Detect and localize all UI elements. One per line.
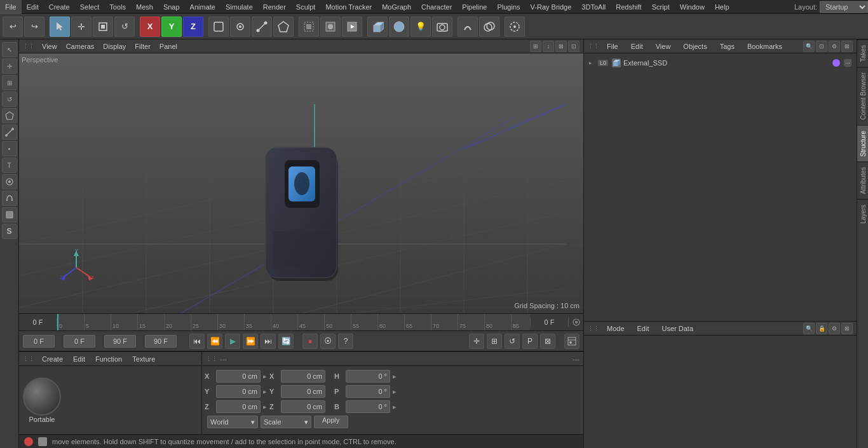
camera-button[interactable] xyxy=(432,17,452,37)
edge-mode-button[interactable] xyxy=(252,17,272,37)
ls-solid[interactable] xyxy=(2,207,17,222)
ls-poly[interactable] xyxy=(2,108,17,123)
timeline-playhead[interactable] xyxy=(57,314,58,330)
loop-button[interactable]: 🔄 xyxy=(278,334,294,349)
menu-script[interactable]: Script xyxy=(647,0,675,14)
snapping-button[interactable] xyxy=(505,17,525,37)
menu-3dtoall[interactable]: 3DToAll xyxy=(576,0,611,14)
frame-min-input[interactable] xyxy=(64,335,95,348)
record-status-button[interactable] xyxy=(24,437,33,446)
menu-simulate[interactable]: Simulate xyxy=(220,0,258,14)
point-key-button[interactable]: ⊠ xyxy=(540,334,555,349)
move-key-button[interactable]: ✛ xyxy=(469,334,484,349)
coord-h-val[interactable] xyxy=(346,370,390,383)
menu-render[interactable]: Render xyxy=(258,0,291,14)
objects-settings-button[interactable]: ⚙ xyxy=(829,41,840,52)
ls-select[interactable]: ↖ xyxy=(2,42,17,57)
menu-vray[interactable]: V-Ray Bridge xyxy=(526,0,577,14)
ls-point[interactable]: • xyxy=(2,141,17,156)
coord-y-pos[interactable] xyxy=(216,385,261,398)
attr-tab-userdata[interactable]: User Data xyxy=(657,322,699,336)
step-back-button[interactable]: ⏪ xyxy=(207,334,222,349)
step-forward-button[interactable]: ⏩ xyxy=(243,334,258,349)
obj-visibility-dot[interactable] xyxy=(832,59,840,67)
material-item[interactable]: Portable xyxy=(23,377,61,423)
attrs-expand-button[interactable]: ⊠ xyxy=(841,323,853,334)
rotate-key-button[interactable]: ↺ xyxy=(505,334,520,349)
viewport-menu-display[interactable]: Display xyxy=(99,39,130,53)
vtab-layers[interactable]: Layers xyxy=(857,199,868,229)
material-menu-function[interactable]: Function xyxy=(93,352,125,366)
objects-search-button[interactable]: 🔍 xyxy=(803,41,815,52)
menu-snap[interactable]: Snap xyxy=(158,0,185,14)
ls-move[interactable]: ✛ xyxy=(2,58,17,74)
scale-key-button[interactable]: ⊞ xyxy=(487,334,502,349)
vtab-attributes[interactable]: Attributes xyxy=(857,161,868,199)
objects-filter-button[interactable]: ⊡ xyxy=(816,41,827,52)
attrs-lock-button[interactable]: 🔒 xyxy=(816,323,827,334)
material-menu-create[interactable]: Create xyxy=(39,352,65,366)
record-button[interactable]: ● xyxy=(302,334,318,349)
frame-max-input[interactable] xyxy=(145,335,177,348)
viewport-icon-2[interactable]: ↕ xyxy=(543,41,554,52)
bend-button[interactable] xyxy=(458,17,478,37)
render-view-button[interactable] xyxy=(320,17,341,37)
goto-start-button[interactable]: ⏮ xyxy=(189,334,205,349)
menu-file[interactable]: File xyxy=(0,0,22,14)
select-tool-button[interactable] xyxy=(50,17,70,37)
tab-file[interactable]: File xyxy=(602,39,623,53)
objects-expand-button[interactable]: ⊠ xyxy=(841,41,853,52)
move-tool-button[interactable]: ✛ xyxy=(71,17,92,37)
ls-rotate[interactable]: ↺ xyxy=(2,92,17,107)
attr-tab-edit[interactable]: Edit xyxy=(632,322,654,336)
scale-tool-button[interactable] xyxy=(93,17,113,37)
viewport-menu-view[interactable]: View xyxy=(38,39,61,53)
polygon-mode-button[interactable] xyxy=(273,17,294,37)
light-button[interactable]: 💡 xyxy=(410,17,431,37)
viewport-icon-4[interactable]: ⊡ xyxy=(568,41,580,52)
attrs-settings-button[interactable]: ⚙ xyxy=(829,323,840,334)
coord-z-rot[interactable] xyxy=(281,400,325,413)
viewport-menu-filter[interactable]: Filter xyxy=(131,39,154,53)
menu-redshift[interactable]: Redshift xyxy=(611,0,646,14)
tab-view[interactable]: View xyxy=(651,39,676,53)
vtab-takes[interactable]: Takes xyxy=(857,39,868,67)
menu-edit[interactable]: Edit xyxy=(22,0,44,14)
world-dropdown[interactable]: World ▾ xyxy=(207,416,258,428)
menu-select[interactable]: Select xyxy=(75,0,105,14)
ls-magnet[interactable] xyxy=(2,191,17,206)
tab-objects[interactable]: Objects xyxy=(678,39,712,53)
boole-button[interactable] xyxy=(479,17,499,37)
coord-b-val[interactable] xyxy=(346,400,390,413)
ls-scale[interactable]: ⊞ xyxy=(2,75,17,90)
timeline-ruler[interactable]: 0 F 0 5 10 15 20 25 30 35 40 45 50 55 60… xyxy=(19,313,583,331)
tab-edit[interactable]: Edit xyxy=(626,39,648,53)
timeline-button[interactable] xyxy=(564,334,580,349)
x-axis-button[interactable]: X xyxy=(140,17,160,37)
viewport-menu-panel[interactable]: Panel xyxy=(156,39,181,53)
ls-paint[interactable] xyxy=(2,174,17,189)
viewport-icon-1[interactable]: ⊞ xyxy=(530,41,541,52)
material-ball[interactable] xyxy=(23,377,61,416)
render-button[interactable] xyxy=(342,17,362,37)
scale-dropdown[interactable]: Scale ▾ xyxy=(261,416,311,428)
menu-character[interactable]: Character xyxy=(416,0,457,14)
obj-visibility-dot2[interactable]: ⋯ xyxy=(844,59,851,67)
ls-text[interactable]: T xyxy=(2,158,17,173)
object-mode-button[interactable] xyxy=(208,17,229,37)
cube-button[interactable] xyxy=(367,17,388,37)
apply-button[interactable]: Apply xyxy=(314,416,348,428)
coord-p-val[interactable] xyxy=(346,385,390,398)
auto-key-button[interactable]: ⦿ xyxy=(320,334,336,349)
menu-window[interactable]: Window xyxy=(675,0,710,14)
vtab-structure[interactable]: Structure xyxy=(857,125,868,162)
undo-button[interactable]: ↩ xyxy=(3,17,23,37)
object-row-external-ssd[interactable]: ▸ L0 External_SSD ⋯ xyxy=(587,56,854,70)
menu-sculpt[interactable]: Sculpt xyxy=(291,0,321,14)
menu-mesh[interactable]: Mesh xyxy=(131,0,158,14)
menu-create[interactable]: Create xyxy=(44,0,75,14)
sphere-button[interactable] xyxy=(389,17,409,37)
material-menu-texture[interactable]: Texture xyxy=(130,352,158,366)
menu-tools[interactable]: Tools xyxy=(104,0,131,14)
menu-pipeline[interactable]: Pipeline xyxy=(457,0,492,14)
